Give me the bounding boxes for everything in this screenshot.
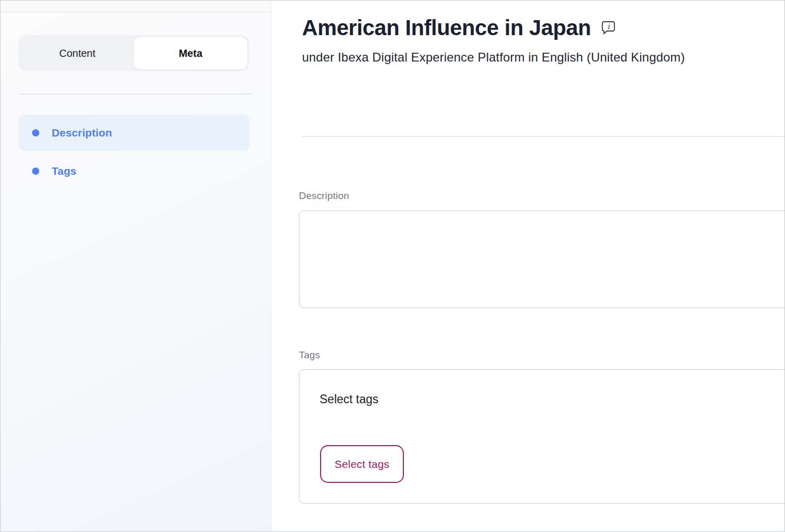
dot-icon [32,129,39,136]
page-subtitle: under Ibexa Digital Experience Platform … [302,50,685,65]
sidebar-divider [19,94,251,95]
page-title: American Influence in Japan [302,16,591,40]
description-field-label: Description [299,190,349,202]
anchor-label: Tags [52,165,77,177]
svg-text:i: i [607,22,610,31]
description-textarea[interactable] [299,210,785,308]
tab-content[interactable]: Content [21,37,134,69]
anchor-item-description[interactable]: Description [19,115,249,151]
sidebar-top-strip [0,0,271,12]
anchor-item-tags[interactable]: Tags [19,153,249,189]
content-divider [302,136,785,137]
anchor-navigation: Description Tags [19,115,249,191]
info-tooltip-icon[interactable]: i [601,21,615,35]
dot-icon [32,168,39,175]
title-row: American Influence in Japan i [302,16,615,40]
main-content: American Influence in Japan i under Ibex… [272,0,785,532]
select-tags-button[interactable]: Select tags [320,445,404,483]
tags-field-label: Tags [299,349,320,361]
tags-empty-state-label: Select tags [320,392,379,406]
sidebar: Content Meta Description Tags [0,0,271,532]
tab-meta[interactable]: Meta [134,37,247,69]
content-meta-tab-switcher: Content Meta [19,35,249,71]
tags-field-box: Select tags Select tags [299,369,785,504]
anchor-label: Description [52,127,112,139]
